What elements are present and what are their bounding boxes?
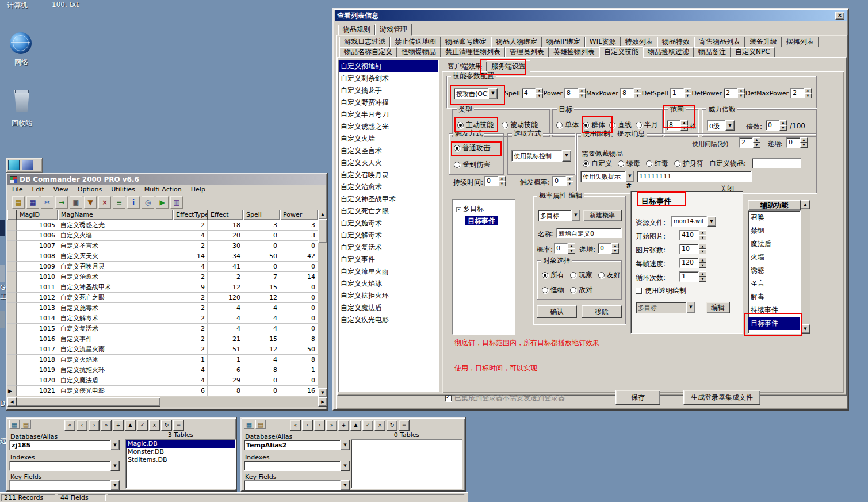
fail-hint-dropdown[interactable]: 使用失败提示▼	[580, 171, 634, 182]
grid-hscrollbar[interactable]: ◀ ▶	[7, 397, 327, 407]
spin-down-icon[interactable]: ▼	[568, 248, 575, 254]
spin-up-icon[interactable]: ▲	[634, 88, 641, 93]
menu-item[interactable]: Options	[73, 185, 106, 194]
spin-up-icon[interactable]: ▲	[568, 243, 575, 248]
scroll-right-icon[interactable]: ▶	[318, 397, 327, 407]
scroll-up-icon[interactable]: ▲	[801, 200, 810, 209]
outer-tab[interactable]: 物品规则	[338, 25, 375, 35]
delete-icon[interactable]: ×	[98, 196, 111, 209]
spin-down-icon[interactable]: ▼	[578, 93, 586, 98]
table-row[interactable]: ▶ 1013 自定义施毒术 2 4 4 0	[7, 303, 318, 313]
inner-tab[interactable]: 游戏日志过滤	[339, 37, 390, 47]
nav-button[interactable]: ✓	[362, 420, 373, 431]
spin-down-icon[interactable]: ▼	[680, 125, 688, 131]
skill-list-item[interactable]: 自定义圣言术	[339, 145, 438, 157]
inner-tab[interactable]: 物品备注	[694, 47, 731, 57]
aux-list-header[interactable]: 辅助功能	[748, 200, 801, 210]
aux-list-item[interactable]: 持续事件	[748, 304, 800, 317]
search-icon[interactable]: ◎	[142, 196, 154, 209]
skill-list-item[interactable]: 自定义神圣战甲术	[339, 193, 438, 205]
dropdown-arrow-icon[interactable]: ▼	[341, 480, 350, 490]
radio-option[interactable]: 直线	[609, 120, 632, 130]
inner-tab[interactable]: 装备升级	[745, 37, 782, 47]
radio-option[interactable]: 所有	[542, 270, 564, 280]
table-list-item[interactable]: StdItems.DB	[126, 456, 235, 464]
param-spinner[interactable]: 8▲▼	[564, 88, 586, 98]
nav-button[interactable]: ‹	[77, 420, 87, 431]
spin-down-icon[interactable]: ▼	[779, 125, 787, 131]
fail-hint-input[interactable]: 11111111	[637, 171, 752, 182]
nav-button[interactable]: «	[290, 420, 301, 431]
form-view-icon[interactable]: ▤	[21, 420, 31, 429]
spin-down-icon[interactable]: ▼	[684, 93, 691, 98]
recycle-bin-icon[interactable]	[13, 88, 30, 112]
inner-tab[interactable]: 特效列表	[621, 37, 657, 47]
param-spinner[interactable]: 8▲▼	[620, 88, 641, 98]
skill-list-item[interactable]: 自定义流星火雨	[339, 266, 438, 278]
radio-option[interactable]: 绿毒	[618, 159, 640, 168]
spin-up-icon[interactable]: ▲	[753, 137, 760, 143]
fragment-icon[interactable]	[8, 160, 20, 170]
edge-icon-fragment[interactable]	[0, 265, 5, 282]
nav-button[interactable]: ↻	[161, 420, 172, 431]
desktop-icon-label-txt[interactable]: 100. txt	[52, 1, 79, 9]
inner-tab[interactable]: 自定义技能	[599, 46, 643, 58]
table-row[interactable]: ▶ 1005 自定义诱惑之光 2 18 3 3	[7, 220, 318, 231]
spinner-buttons[interactable]: ▲▼	[737, 88, 745, 98]
skill-list-item[interactable]: 自定义诱惑之光	[339, 121, 438, 133]
radio-option[interactable]: 受到伤害	[454, 160, 490, 170]
nav-button[interactable]: ↻	[387, 420, 397, 431]
image-count-spinner[interactable]: 10▲▼	[679, 244, 706, 254]
radio-option[interactable]: 玩家	[570, 270, 592, 280]
spinner-buttons[interactable]: ▲▼	[699, 230, 706, 240]
dropdown-arrow-icon[interactable]: ▼	[341, 440, 350, 450]
integrated-checkbox-row[interactable]: ✓ 已集成到登录器不需要发送到登录器	[445, 393, 565, 403]
database-alias-dropdown[interactable]: zj185▼	[9, 440, 120, 450]
skill-list-item[interactable]: 自定义事件	[339, 254, 438, 266]
aux-list-item[interactable]: 召唤	[748, 211, 800, 224]
spin-up-icon[interactable]: ▲	[800, 137, 808, 143]
edge-icon-fragment[interactable]	[0, 311, 5, 328]
transparent-checkbox[interactable]: ✓	[636, 288, 642, 294]
table-row[interactable]: ▶ 1015 自定义复活术 2 4 4 0	[7, 324, 318, 334]
attack-mode-dropdown[interactable]: 按攻击(OC)▼	[454, 88, 498, 99]
key-fields-dropdown[interactable]: ▼	[244, 480, 350, 490]
table-row[interactable]: ▶ 1019 自定义抗拒火环 4 6 8 1	[7, 365, 318, 375]
inner-tab[interactable]: WIL资源	[585, 37, 621, 47]
view-tab[interactable]: 客户端效果	[443, 62, 487, 71]
hscrollbar-thumb[interactable]	[17, 397, 160, 407]
dropdown-arrow-icon[interactable]: ▼	[110, 440, 120, 450]
param-spinner[interactable]: 4▲▼	[522, 88, 543, 98]
duration-spinner[interactable]: 0▲▼	[484, 176, 506, 186]
dropdown-arrow-icon[interactable]: ▼	[341, 461, 350, 471]
transparent-checkbox-row[interactable]: ✓ 使用透明绘制	[636, 286, 686, 296]
db-commander-titlebar[interactable]: DB Commander 2000 PRO v6.6	[7, 174, 326, 185]
spin-down-icon[interactable]: ▼	[800, 143, 808, 148]
skill-list-item[interactable]: 自定义擒龙手	[339, 85, 438, 97]
inner-tab[interactable]: 禁止清理怪物列表	[441, 47, 505, 57]
inner-tab[interactable]: 物品名称自定义	[339, 47, 397, 57]
view-tab[interactable]: 服务端设置	[487, 60, 530, 72]
aux-list-item[interactable]: 目标事件	[748, 317, 800, 330]
library-icon[interactable]: ▥	[170, 196, 183, 209]
save-button[interactable]: 保存	[615, 390, 660, 405]
grid-view-icon[interactable]: ▦	[9, 420, 20, 429]
menu-item[interactable]: Multi-Action	[140, 185, 186, 194]
menu-item[interactable]: Help	[186, 185, 210, 194]
pick-mode-dropdown[interactable]: 使用鼠标控制▼	[511, 150, 571, 162]
radio-option[interactable]: 友好	[598, 270, 621, 280]
nav-button[interactable]: ≡	[173, 420, 184, 431]
dropdown-arrow-icon[interactable]: ▼	[707, 216, 716, 227]
chance-spinner[interactable]: 0▲▼	[552, 176, 573, 186]
skill-list-item[interactable]: 自定义野蛮冲撞	[339, 97, 438, 109]
param-spinner[interactable]: 1▲▼	[670, 88, 691, 98]
fragment-icon[interactable]	[22, 160, 33, 170]
copy-icon[interactable]: ▣	[70, 196, 82, 209]
skill-list-item[interactable]: 自定义复活术	[339, 242, 438, 254]
vscrollbar-thumb[interactable]	[318, 219, 327, 243]
aux-list-item[interactable]: 解毒	[748, 290, 800, 304]
dropdown-arrow-icon[interactable]: ▼	[625, 171, 634, 182]
dropdown-arrow-icon[interactable]: ▼	[571, 210, 580, 221]
spinner-buttons[interactable]: ▲▼	[779, 120, 787, 131]
spinner-buttons[interactable]: ▲▼	[611, 243, 619, 254]
